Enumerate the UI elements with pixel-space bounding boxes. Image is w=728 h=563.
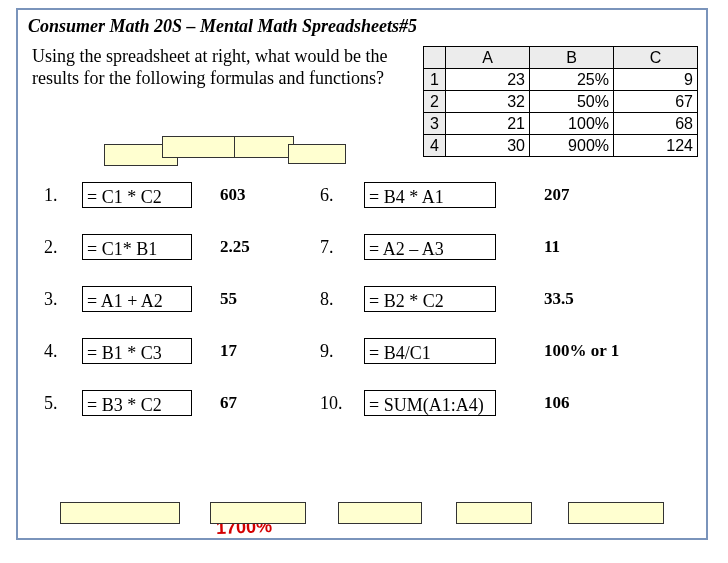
formula-box: = B4/C1 [364,338,496,364]
yellow-box [210,502,306,524]
row-header: 3 [424,113,446,135]
spreadsheet-table: A B C 1 23 25% 9 2 32 50% 67 3 21 100% 6… [423,46,698,157]
question-row: 3. = A1 + A2 55 8. = B2 * C2 33.5 [44,286,684,322]
formula-box: = B3 * C2 [82,390,192,416]
questions-area: 1. = C1 * C2 603 6. = B4 * A1 207 2. = C… [44,182,686,502]
yellow-box [162,136,236,158]
cell: 25% [530,69,614,91]
yellow-box [60,502,180,524]
yellow-box [288,144,346,164]
answer: 2.25 [220,234,290,260]
q-number: 5. [44,390,74,416]
yellow-box [568,502,664,524]
formula-box: = B4 * A1 [364,182,496,208]
question-row: 2. = C1* B1 2.25 7. = A2 – A3 11 [44,234,684,270]
q-number: 9. [320,338,352,364]
answer: 100% or 1 [544,338,664,364]
row-header: 1 [424,69,446,91]
answer: 55 [220,286,290,312]
cell: 21 [446,113,530,135]
cell: 30 [446,135,530,157]
answer: 33.5 [544,286,664,312]
row-header: 4 [424,135,446,157]
yellow-box [338,502,422,524]
question-row: 4. = B1 * C3 17 9. = B4/C1 100% or 1 170… [44,338,684,374]
answer: 207 [544,182,664,208]
cell: 100% [530,113,614,135]
yellow-box [234,136,294,158]
instructions-text: Using the spreadsheet at right, what wou… [32,46,392,89]
q-number: 3. [44,286,74,312]
col-header: A [446,47,530,69]
question-row: 5. = B3 * C2 67 10. = SUM(A1:A4) 106 [44,390,684,426]
answer: 11 [544,234,664,260]
answer: 17 [220,338,290,364]
col-header: B [530,47,614,69]
q-number: 8. [320,286,352,312]
cell: 23 [446,69,530,91]
cell: 124 [614,135,698,157]
cell: 32 [446,91,530,113]
cell: 67 [614,91,698,113]
col-header: C [614,47,698,69]
cell: 50% [530,91,614,113]
q-number: 6. [320,182,352,208]
q-number: 1. [44,182,74,208]
q-number: 7. [320,234,352,260]
formula-box: = A1 + A2 [82,286,192,312]
formula-box: = C1* B1 [82,234,192,260]
cell: 900% [530,135,614,157]
q-number: 4. [44,338,74,364]
answer: 67 [220,390,290,416]
question-row: 1. = C1 * C2 603 6. = B4 * A1 207 [44,182,684,218]
decorative-boxes-top [104,136,340,170]
answer: 106 [544,390,664,416]
page-title: Consumer Math 20S – Mental Math Spreadsh… [28,16,417,37]
formula-box: = A2 – A3 [364,234,496,260]
cell: 68 [614,113,698,135]
cell: 9 [614,69,698,91]
formula-box: = C1 * C2 [82,182,192,208]
formula-box: = SUM(A1:A4) [364,390,496,416]
row-header: 2 [424,91,446,113]
q-number: 2. [44,234,74,260]
answer: 603 [220,182,290,208]
formula-box: = B1 * C3 [82,338,192,364]
sheet-corner [424,47,446,69]
formula-box: = B2 * C2 [364,286,496,312]
yellow-box [456,502,532,524]
worksheet-page: Consumer Math 20S – Mental Math Spreadsh… [16,8,708,540]
q-number: 10. [320,390,352,416]
